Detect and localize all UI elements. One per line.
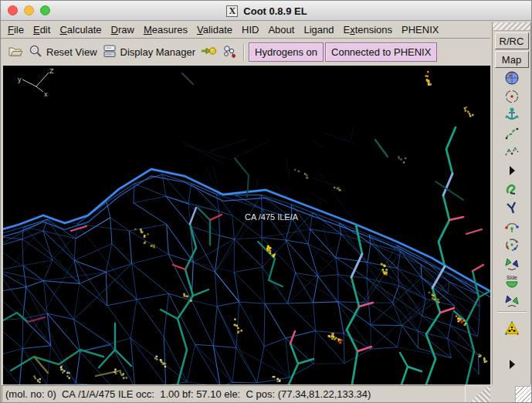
go-to-atom-icon xyxy=(200,43,217,61)
toolbar: Reset View Display Manager Hydrogens on … xyxy=(1,39,490,66)
phenix-connection-button[interactable]: Connected to PHENIX xyxy=(325,42,437,62)
svg-text:x: x xyxy=(44,90,48,98)
svg-text:y: y xyxy=(18,76,22,83)
expander-more-icon[interactable] xyxy=(502,161,522,179)
reset-view-label: Reset View xyxy=(46,46,97,58)
map-label: Map xyxy=(502,54,521,66)
menu-edit[interactable]: Edit xyxy=(29,22,55,37)
display-manager-icon xyxy=(102,43,117,61)
menu-calculate[interactable]: Calculate xyxy=(55,22,106,37)
folder-open-icon xyxy=(8,43,23,61)
hazard-mutate-icon[interactable] xyxy=(502,319,522,337)
display-manager-label: Display Manager xyxy=(120,46,196,58)
rotamers-icon[interactable] xyxy=(502,198,522,216)
sidebar-tools: Side xyxy=(493,68,530,373)
atom-label: CA /475 ILE/A xyxy=(245,212,299,222)
menubar: FileEditCalculateDrawMeasuresValidateHID… xyxy=(1,21,490,39)
menu-measures[interactable]: Measures xyxy=(139,22,192,37)
open-coordinates-button[interactable] xyxy=(5,42,25,63)
go-to-atom-button[interactable] xyxy=(198,42,219,63)
trackball-refine-icon[interactable] xyxy=(502,69,522,86)
hydrogens-label: Hydrogens on xyxy=(255,46,317,58)
menu-ligand[interactable]: Ligand xyxy=(299,22,338,37)
svg-text:Side: Side xyxy=(506,275,517,280)
side-chain-flip-button[interactable]: Side xyxy=(502,273,522,290)
auto-fit-rotamer-icon[interactable] xyxy=(502,180,522,198)
rrc-button[interactable]: R/RC xyxy=(495,32,529,49)
window-resize-grip[interactable] xyxy=(515,386,532,403)
menu-file[interactable]: File xyxy=(3,22,29,37)
coot-window: X Coot 0.8.9 EL FileEditCalculateDrawMea… xyxy=(0,0,532,403)
x11-icon: X xyxy=(226,5,238,17)
window-title: Coot 0.8.9 EL xyxy=(243,5,307,17)
edit-chi-angles-icon[interactable] xyxy=(502,217,522,235)
rrc-label: R/RC xyxy=(500,36,524,47)
rotate-translate-zigzag-icon[interactable] xyxy=(502,143,522,161)
expander-bottom-icon[interactable] xyxy=(502,355,522,373)
menu-about[interactable]: About xyxy=(263,22,299,37)
sidebar-separator xyxy=(497,311,527,313)
display-manager-button[interactable]: Display Manager xyxy=(100,42,198,63)
graphics-canvas[interactable]: ZyxCA /475 ILE/A xyxy=(3,66,490,384)
menu-phenix[interactable]: PHENIX xyxy=(397,22,443,37)
menu-extensions[interactable]: Extensions xyxy=(338,22,397,37)
rigid-body-ribbon-icon[interactable] xyxy=(502,124,522,142)
atom-info-button[interactable] xyxy=(219,42,239,63)
torsion-general-icon[interactable] xyxy=(502,235,522,253)
gtk-resize-grip[interactable] xyxy=(467,384,490,403)
jed-flip-icon[interactable] xyxy=(502,291,522,309)
menu-hid[interactable]: HID xyxy=(237,22,263,37)
status-text: (mol. no: 0) CA /1/A/475 ILE occ: 1.00 b… xyxy=(5,388,371,400)
modelling-sidebar: R/RC Map Side xyxy=(492,22,531,389)
flip-peptide-icon[interactable] xyxy=(502,254,522,272)
fix-atoms-anchor-icon[interactable] xyxy=(502,106,522,124)
status-box: (mol. no: 0) CA /1/A/475 ILE occ: 1.00 b… xyxy=(2,385,466,403)
titlebar[interactable]: X Coot 0.8.9 EL xyxy=(1,1,532,21)
menu-validate[interactable]: Validate xyxy=(192,22,237,37)
close-button[interactable] xyxy=(8,5,18,15)
map-button[interactable]: Map xyxy=(495,51,529,68)
statusbar: (mol. no: 0) CA /1/A/475 ILE occ: 1.00 b… xyxy=(1,384,532,403)
sidebar-drag-handle[interactable] xyxy=(493,22,530,31)
svg-text:Z: Z xyxy=(49,67,54,75)
reset-view-button[interactable]: Reset View xyxy=(25,42,100,63)
menu-draw[interactable]: Draw xyxy=(107,22,139,37)
molecule-icon xyxy=(222,43,237,61)
hydrogens-toggle-button[interactable]: Hydrogens on xyxy=(249,42,324,62)
phenix-label: Connected to PHENIX xyxy=(331,46,431,58)
zoom-button[interactable] xyxy=(40,5,50,15)
traffic-lights xyxy=(8,5,50,15)
toolbar-separator xyxy=(243,44,245,61)
target-recentre-icon[interactable] xyxy=(502,87,522,105)
magnifier-icon xyxy=(28,43,43,61)
minimize-button[interactable] xyxy=(24,5,34,15)
molecular-scene: ZyxCA /475 ILE/A xyxy=(3,66,490,384)
